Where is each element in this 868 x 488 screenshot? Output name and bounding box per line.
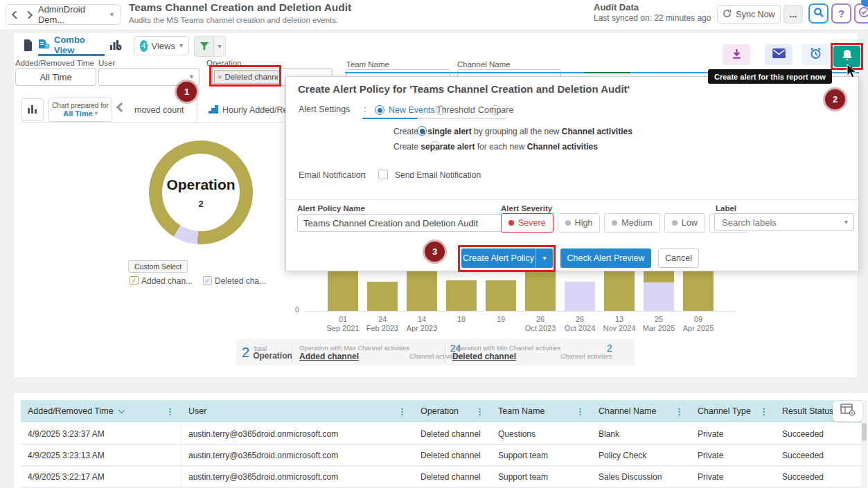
email-report-button[interactable] [765, 44, 792, 65]
summary-min: Operation with Min Channel activities De… [445, 342, 633, 363]
table-cell: Questions [491, 424, 592, 444]
column-header-user[interactable]: User⋮ [181, 400, 414, 422]
severity-dot-icon [612, 220, 617, 226]
policy-name-input[interactable] [297, 214, 507, 232]
table-body: 4/9/2025 3:23:37 AMaustin.terry@o365droi… [21, 424, 862, 488]
radio-single-alert-label[interactable]: Create a single alert by grouping all th… [393, 127, 632, 136]
create-alert-policy-label: Create Alert Policy [463, 253, 534, 263]
combo-view-icon [38, 39, 50, 52]
legend-added-label: Added chan... [141, 276, 193, 286]
column-menu-icon[interactable]: ⋮ [398, 406, 407, 417]
table-cell: austin.terry@o365droid.onmicrosoft.com [181, 424, 414, 444]
radio-new-events[interactable] [375, 105, 384, 115]
column-header-channel-name[interactable]: Channel Name⋮ [592, 400, 691, 422]
tab-hourly[interactable]: Hourly Added/Re [197, 98, 285, 122]
radio-compare-label[interactable]: Compare [478, 105, 513, 115]
label-select[interactable]: ▾ [714, 213, 854, 231]
schedule-button[interactable] [801, 44, 829, 65]
summary-min-value: 2 [607, 344, 612, 352]
table-row[interactable]: 4/9/2025 3:23:13 AMaustin.terry@o365droi… [21, 445, 862, 467]
check-alert-preview-button[interactable]: Check Alert Preview [560, 248, 651, 268]
summary-min-link[interactable]: Deleted channel [452, 352, 560, 361]
summary-min-unit: Channel activities [560, 352, 612, 361]
table-cell: 4/9/2025 3:22:17 AM [21, 467, 181, 487]
chevron-down-icon: ▾ [110, 11, 114, 18]
radio-new-events-label[interactable]: New Events [389, 105, 435, 115]
views-dropdown[interactable]: 4 Views ▾ [134, 36, 189, 55]
back-icon[interactable] [12, 10, 20, 19]
column-header-operation[interactable]: Operation⋮ [414, 400, 491, 422]
views-count-badge: 4 [140, 40, 148, 52]
download-button[interactable] [723, 44, 750, 65]
tab-combo-view[interactable]: Combo View [38, 36, 105, 56]
cancel-label: Cancel [665, 253, 692, 263]
org-selector[interactable]: AdminDroid Dem... ▾ [6, 4, 121, 25]
send-email-checkbox[interactable] [378, 170, 388, 179]
column-menu-icon[interactable]: ⋮ [759, 406, 768, 417]
table-cell: Private [691, 424, 775, 444]
step-badge-3: 3 [425, 242, 445, 262]
table-cell: Support team [491, 467, 592, 487]
chart-type-button[interactable] [21, 98, 44, 121]
cursor [847, 64, 858, 83]
bar-19 [486, 266, 516, 311]
table-row[interactable]: 4/9/2025 3:23:37 AMaustin.terry@o365droi… [21, 424, 862, 445]
filter-dropdown-caret[interactable]: ▾ [214, 36, 226, 57]
table-row[interactable]: 4/9/2025 3:22:17 AMaustin.terry@o365droi… [21, 467, 862, 488]
sync-now-label: Sync Now [736, 10, 774, 19]
column-header-added-removed-time[interactable]: Added/Removed Time⋮ [21, 400, 181, 422]
donut-chart: Operation 2 [149, 141, 253, 244]
severity-high[interactable]: High [558, 213, 601, 233]
filter-button-group[interactable]: ▾ [194, 36, 226, 55]
column-settings-button[interactable] [833, 401, 862, 422]
tooltip: Create alert for this report now [708, 69, 832, 84]
custom-select-button[interactable]: Custom Select [128, 260, 188, 273]
grid-view-button[interactable] [19, 37, 36, 55]
column-header-channel-type[interactable]: Channel Type⋮ [691, 400, 775, 422]
legend-checkbox-added[interactable]: ✓ [130, 276, 139, 285]
severity-medium[interactable]: Medium [604, 213, 659, 233]
create-alert-policy-caret[interactable]: ▾ [535, 248, 553, 268]
radio-threshold-label[interactable]: Threshold [436, 105, 475, 115]
more-options-button[interactable]: ... [783, 5, 803, 24]
filter-time-value[interactable]: All Time [15, 68, 96, 86]
section-divider-blue [345, 72, 584, 73]
sync-now-button[interactable]: Sync Now [717, 5, 781, 24]
chip-remove-icon[interactable]: × [218, 73, 222, 81]
mode-underline-active [362, 118, 418, 119]
help-button[interactable]: ? [831, 3, 851, 24]
question-icon: ? [838, 8, 844, 19]
column-menu-icon[interactable]: ⋮ [576, 406, 585, 417]
label-search-input[interactable] [720, 217, 834, 228]
table-cell: 4/9/2025 3:23:13 AM [21, 445, 181, 465]
table-scrollbar-thumb[interactable] [862, 423, 867, 441]
severity-low[interactable]: Low [664, 213, 705, 233]
stairs-icon [209, 104, 218, 116]
column-menu-icon[interactable]: ⋮ [166, 406, 175, 417]
column-menu-icon[interactable]: ⋮ [475, 406, 484, 417]
search-button[interactable] [808, 3, 829, 24]
summary-max-link[interactable]: Added channel [299, 352, 409, 361]
alarm-clock-icon [809, 47, 822, 62]
column-header-team-name[interactable]: Team Name⋮ [491, 400, 592, 422]
chart-prepared-for-selector[interactable]: Chart prepared for All Time▾ [48, 98, 112, 122]
send-email-label[interactable]: Send Email Notification [395, 170, 481, 180]
legend-checkbox-deleted[interactable]: ✓ [203, 276, 212, 285]
severity-severe[interactable]: Severe [501, 213, 553, 233]
cancel-button[interactable]: Cancel [658, 248, 699, 268]
table-cell: Policy Check [592, 445, 691, 465]
policy-name-label: Alert Policy Name [297, 204, 365, 213]
search-icon [813, 7, 824, 21]
alert-settings-label: Alert Settings [299, 105, 350, 114]
chart-view-button[interactable] [106, 37, 125, 55]
create-alert-policy-button[interactable]: Create Alert Policy [461, 248, 535, 268]
dialog-title: Create Alert Policy for 'Teams Channel C… [298, 83, 630, 95]
bar-26-oct-2024 [565, 266, 595, 311]
forward-icon[interactable] [24, 10, 33, 19]
operation-chip[interactable]: × Deleted channel [214, 70, 278, 84]
summary-total: 2 Total Operation [236, 345, 292, 361]
radio-separate-alert-label[interactable]: Create separate alert for each new Chann… [393, 142, 598, 152]
column-menu-icon[interactable]: ⋮ [675, 406, 684, 417]
bar-24-feb-2023 [367, 266, 398, 311]
last-synced-text: Last synced on: 22 minutes ago [594, 13, 711, 23]
